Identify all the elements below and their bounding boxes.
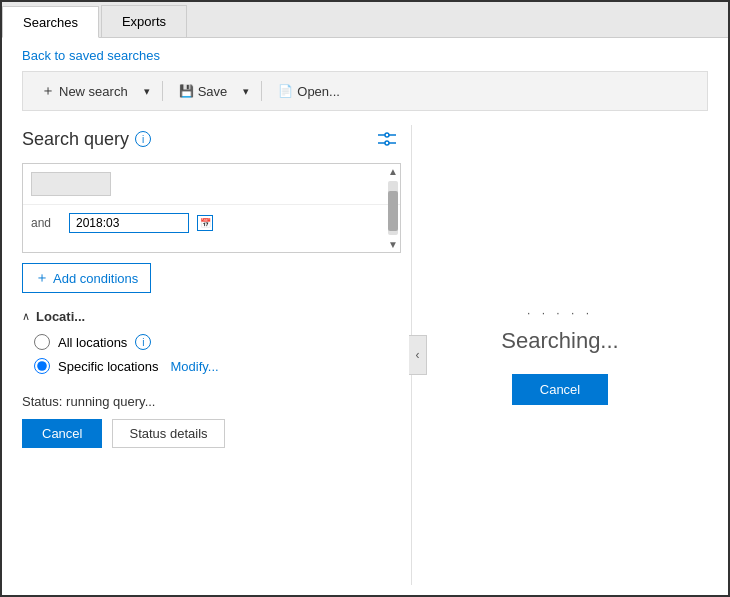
toolbar-separator-2 <box>261 81 262 101</box>
query-keyword-pill[interactable] <box>31 172 111 196</box>
modify-link[interactable]: Modify... <box>170 359 218 374</box>
save-dropdown[interactable]: ▾ <box>239 81 253 102</box>
cancel-button[interactable]: Cancel <box>22 419 102 448</box>
query-scrollbar[interactable]: ▲ ▼ <box>386 164 400 252</box>
all-locations-radio[interactable] <box>34 334 50 350</box>
tab-searches[interactable]: Searches <box>2 6 99 38</box>
action-buttons: Cancel Status details <box>22 419 401 448</box>
toolbar: ＋ New search ▾ 💾 Save ▾ 📄 Open... <box>22 71 708 111</box>
content-area: Back to saved searches ＋ New search ▾ 💾 … <box>2 38 728 595</box>
date-input[interactable] <box>69 213 189 233</box>
calendar-icon[interactable]: 📅 <box>197 215 213 231</box>
locations-chevron-icon: ∧ <box>22 310 30 323</box>
status-details-button[interactable]: Status details <box>112 419 224 448</box>
open-button[interactable]: 📄 Open... <box>270 80 348 103</box>
save-icon: 💾 <box>179 84 194 98</box>
add-conditions-button[interactable]: ＋ Add conditions <box>22 263 151 293</box>
specific-locations-radio[interactable] <box>34 358 50 374</box>
new-search-button[interactable]: ＋ New search <box>33 78 136 104</box>
scroll-track[interactable] <box>388 181 398 235</box>
open-icon: 📄 <box>278 84 293 98</box>
all-locations-row: All locations i <box>34 334 401 350</box>
scroll-up-arrow[interactable]: ▲ <box>386 164 400 179</box>
svg-point-0 <box>385 133 389 137</box>
status-value: running query... <box>66 394 155 409</box>
new-search-dropdown[interactable]: ▾ <box>140 81 154 102</box>
searching-text: Searching... <box>501 328 618 354</box>
back-link[interactable]: Back to saved searches <box>22 48 708 63</box>
right-panel: · · · · · Searching... Cancel <box>412 125 708 585</box>
tab-bar: Searches Exports <box>2 2 728 38</box>
query-and-label: and <box>31 216 61 230</box>
svg-point-1 <box>385 141 389 145</box>
specific-locations-row: Specific locations Modify... <box>34 358 401 374</box>
query-box: and 📅 ▲ ▼ <box>22 163 401 253</box>
all-locations-info-icon[interactable]: i <box>135 334 151 350</box>
save-button[interactable]: 💾 Save <box>171 80 236 103</box>
scroll-down-arrow[interactable]: ▼ <box>386 237 400 252</box>
tab-exports[interactable]: Exports <box>101 5 187 37</box>
toolbar-separator-1 <box>162 81 163 101</box>
main-split: Search query i <box>22 125 708 585</box>
plus-icon: ＋ <box>41 82 55 100</box>
query-row-top <box>23 164 400 204</box>
search-query-title: Search query i <box>22 129 151 150</box>
add-plus-icon: ＋ <box>35 269 49 287</box>
searching-cancel-button[interactable]: Cancel <box>512 374 608 405</box>
query-row-and: and 📅 <box>23 204 400 241</box>
status-row: Status: running query... <box>22 394 401 409</box>
search-query-info-icon[interactable]: i <box>135 131 151 147</box>
search-query-header: Search query i <box>22 125 401 153</box>
searching-dots: · · · · · <box>527 306 593 320</box>
locations-header[interactable]: ∧ Locati... <box>22 309 401 324</box>
left-panel: Search query i <box>22 125 412 585</box>
filter-icon[interactable] <box>373 125 401 153</box>
scroll-thumb[interactable] <box>388 191 398 231</box>
